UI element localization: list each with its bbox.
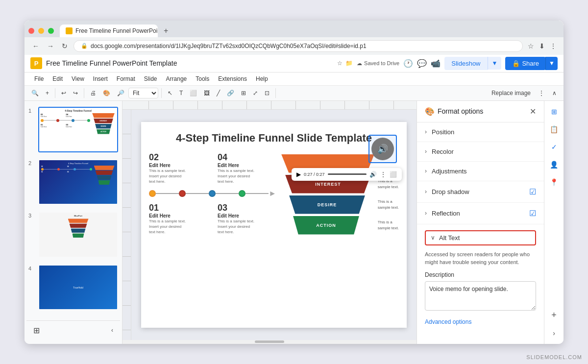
- table-tool[interactable]: ⊞: [238, 88, 249, 98]
- alt-text-header[interactable]: ∨ Alt Text: [425, 230, 536, 245]
- audio-more-icon[interactable]: ⋮: [380, 170, 387, 178]
- zoom-tool[interactable]: 🔎: [114, 88, 127, 98]
- lock-icon: 🔒: [81, 43, 88, 49]
- more-options-tool[interactable]: ⋮: [536, 88, 547, 98]
- scrollbar-thumb[interactable]: [255, 340, 284, 343]
- slide-preview-4[interactable]: TrueHold: [38, 265, 118, 310]
- section-position: › Position: [417, 122, 544, 142]
- zoom-select[interactable]: Fit 50% 100%: [128, 88, 158, 98]
- main-content: 1 4-Step Timeline Funnel 02Edit Here 04E…: [24, 101, 564, 344]
- menu-arrange[interactable]: Arrange: [162, 73, 191, 84]
- new-tab-button[interactable]: +: [160, 24, 172, 37]
- expand-side-button[interactable]: ›: [547, 326, 561, 340]
- menu-help[interactable]: Help: [252, 73, 272, 84]
- steps-area: 02 Edit Here This is a sample text.Inser…: [149, 152, 276, 235]
- menu-icon[interactable]: ⋮: [549, 41, 558, 51]
- resize-tool[interactable]: ⤢: [250, 88, 261, 98]
- notes-side-icon[interactable]: 📋: [547, 122, 561, 136]
- url-bar[interactable]: 🔒 docs.google.com/presentation/d/1IJKgJe…: [74, 40, 523, 52]
- slide-preview-1[interactable]: 4-Step Timeline Funnel 02Edit Here 04Edi…: [38, 107, 118, 152]
- url-text: docs.google.com/presentation/d/1IJKgJeq9…: [91, 43, 515, 49]
- menu-extensions[interactable]: Extensions: [214, 73, 251, 84]
- connector-tool[interactable]: 🔗: [224, 88, 237, 98]
- history-icon[interactable]: 🕐: [403, 59, 413, 68]
- audio-icon-button[interactable]: 🔊: [371, 138, 394, 160]
- shape-tool[interactable]: ⬜: [187, 88, 200, 98]
- star-icon[interactable]: ☆: [337, 60, 343, 67]
- print-tool[interactable]: 🖨: [87, 88, 99, 98]
- crop-tool[interactable]: ⊡: [262, 88, 272, 98]
- zoom-in-tool[interactable]: +: [43, 88, 52, 98]
- back-button[interactable]: ←: [30, 41, 41, 51]
- slideshow-button[interactable]: Slideshow: [444, 57, 487, 70]
- close-button[interactable]: [28, 28, 34, 34]
- menu-slide[interactable]: Slide: [140, 73, 161, 84]
- select-tool[interactable]: ↖: [165, 88, 175, 98]
- maps-side-icon[interactable]: 📍: [547, 175, 561, 189]
- folder-icon[interactable]: 📁: [345, 60, 353, 67]
- section-row-position[interactable]: › Position: [417, 122, 544, 142]
- share-button[interactable]: 🔒 Share: [505, 57, 546, 70]
- active-tab[interactable]: Free Timeline Funnel PowerPoi... ✕: [60, 24, 158, 37]
- slide-thumb-2[interactable]: 2 4-Step Timeline Funnel 02 04: [26, 157, 120, 207]
- slide-thumb-1[interactable]: 1 4-Step Timeline Funnel 02Edit Here 04E…: [26, 105, 120, 154]
- replace-image-button[interactable]: Replace image: [489, 88, 534, 98]
- image-tool[interactable]: 🖼: [201, 88, 213, 98]
- slide-num-2: 2: [28, 160, 35, 166]
- horizontal-scrollbar[interactable]: [122, 340, 416, 344]
- camera-icon[interactable]: 📹: [431, 59, 441, 68]
- collapse-panel-button[interactable]: ‹: [108, 325, 116, 336]
- undo-tool[interactable]: ↩: [58, 88, 69, 98]
- bookmark-icon[interactable]: ☆: [527, 41, 535, 51]
- audio-volume-icon[interactable]: 🔊: [369, 171, 377, 178]
- menu-insert[interactable]: Insert: [89, 73, 112, 84]
- menu-edit[interactable]: Edit: [49, 73, 67, 84]
- top-steps-row: 02 Edit Here This is a sample text.Inser…: [149, 152, 276, 185]
- tab-favicon: [66, 27, 73, 34]
- slide-preview-3[interactable]: BluePort: [38, 212, 118, 257]
- slide-thumb-4[interactable]: 4 TrueHold: [26, 263, 120, 312]
- slide-num-1: 1: [28, 108, 35, 114]
- advanced-options-link[interactable]: Advanced options: [425, 318, 536, 325]
- tasks-side-icon[interactable]: ✓: [547, 140, 561, 154]
- section-row-reflection[interactable]: › Reflection ☑: [417, 203, 544, 224]
- menu-tools[interactable]: Tools: [192, 73, 213, 84]
- toolbar-separator-3: [161, 88, 162, 98]
- section-row-drop-shadow[interactable]: › Drop shadow ☑: [417, 181, 544, 202]
- add-side-button[interactable]: +: [547, 309, 561, 322]
- line-tool[interactable]: ╱: [214, 88, 223, 98]
- zoom-out-tool[interactable]: 🔍: [28, 88, 42, 98]
- menu-view[interactable]: View: [68, 73, 88, 84]
- text-tool[interactable]: T: [176, 88, 186, 98]
- slideshow-dropdown-arrow[interactable]: ▼: [488, 57, 502, 70]
- slide-preview-2[interactable]: 4-Step Timeline Funnel 02 04: [38, 159, 118, 205]
- redo-tool[interactable]: ↪: [70, 88, 81, 98]
- contacts-side-icon[interactable]: 👤: [547, 158, 561, 171]
- panel-close-button[interactable]: ✕: [530, 107, 536, 116]
- slide-body: 02 Edit Here This is a sample text.Inser…: [141, 152, 407, 235]
- menu-file[interactable]: File: [30, 73, 48, 84]
- share-dropdown-arrow[interactable]: ▼: [545, 57, 558, 70]
- download-icon[interactable]: ⬇: [538, 41, 546, 51]
- step-03: 03 Edit Here This is a sample text.Inser…: [218, 203, 276, 235]
- section-row-recolor[interactable]: › Recolor: [417, 142, 544, 161]
- forward-button[interactable]: →: [45, 41, 56, 51]
- slide-container[interactable]: 4-Step Timeline Funnel Slide Template 02…: [131, 110, 416, 340]
- section-row-adjustments[interactable]: › Adjustments: [417, 162, 544, 181]
- menu-format[interactable]: Format: [113, 73, 139, 84]
- collapse-toolbar[interactable]: ∧: [549, 88, 560, 98]
- slides-side-icon[interactable]: ⊞: [547, 105, 561, 119]
- maximize-button[interactable]: [48, 28, 54, 34]
- alt-text-textarea[interactable]: Voice memo for opening slide.: [425, 281, 536, 311]
- minimize-button[interactable]: [38, 28, 44, 34]
- paint-tool[interactable]: 🎨: [100, 88, 113, 98]
- reload-button[interactable]: ↻: [60, 41, 70, 51]
- slide-thumb-3[interactable]: 3 BluePort: [26, 210, 120, 259]
- section-recolor: › Recolor: [417, 142, 544, 162]
- audio-play-icon[interactable]: ▶: [296, 171, 301, 178]
- audio-external-icon[interactable]: ⬜: [390, 171, 397, 178]
- comment-icon[interactable]: 💬: [417, 59, 427, 68]
- audio-progress-bar[interactable]: [328, 173, 367, 175]
- browser-chrome: Free Timeline Funnel PowerPoi... ✕ + ← →…: [24, 21, 564, 55]
- grid-view-button[interactable]: ⊞: [30, 324, 43, 337]
